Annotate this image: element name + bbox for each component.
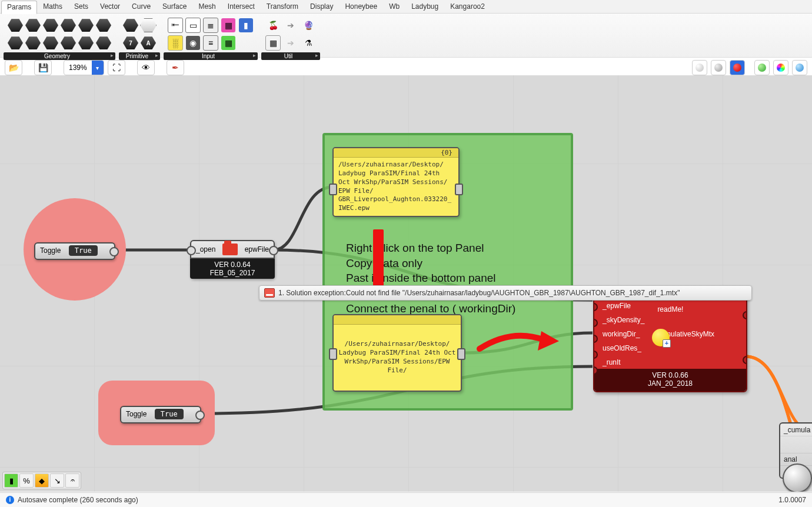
geometry-component-icon[interactable]: [60, 17, 76, 34]
ribbon-group-label[interactable]: Input: [164, 52, 258, 60]
input-grip[interactable]: [593, 351, 598, 359]
tab-curve[interactable]: Curve: [126, 0, 157, 14]
primitive-component-icon[interactable]: [140, 17, 157, 34]
tab-sets[interactable]: Sets: [68, 0, 94, 14]
widget-button[interactable]: ↘: [50, 473, 64, 488]
display-mode-button[interactable]: [754, 60, 770, 75]
widget-button[interactable]: %: [19, 473, 34, 488]
output-grip[interactable]: [743, 311, 747, 319]
tab-vector[interactable]: Vector: [94, 0, 126, 14]
util-component-icon[interactable]: 🍒: [265, 17, 281, 34]
display-mode-button[interactable]: [711, 60, 726, 75]
grasshopper-canvas[interactable]: Toggle True Toggle True _open epwFile VE…: [0, 75, 812, 492]
open-epw-component[interactable]: _open epwFile VER 0.0.64 FEB_05_2017: [190, 240, 275, 279]
geometry-component-icon[interactable]: [42, 17, 59, 34]
panel-content[interactable]: /Users/zuhairnasar/Desktop/ Ladybug Para…: [334, 325, 461, 378]
display-mode-button[interactable]: [692, 60, 707, 75]
widget-button[interactable]: ◆: [35, 473, 49, 488]
timer-knob-icon[interactable]: [783, 463, 812, 492]
display-mode-button[interactable]: [730, 60, 745, 75]
input-grip[interactable]: [329, 184, 337, 195]
display-mode-button[interactable]: [773, 60, 788, 75]
input-component-icon[interactable]: ▦: [220, 35, 237, 51]
geometry-component-icon[interactable]: [25, 35, 41, 51]
output-grip[interactable]: [269, 246, 278, 255]
geometry-component-icon[interactable]: [42, 35, 59, 51]
tab-intersect[interactable]: Intersect: [222, 0, 261, 14]
util-component-icon[interactable]: ➔: [282, 17, 299, 34]
boolean-toggle-component[interactable]: Toggle True: [120, 406, 201, 423]
app-version: 1.0.0007: [778, 496, 806, 504]
zoom-level-control[interactable]: 139% ▾: [64, 60, 104, 75]
panel-content[interactable]: /Users/zuhairnasar/Desktop/ Ladybug Para…: [334, 158, 458, 216]
chevron-down-icon[interactable]: ▾: [92, 61, 104, 75]
save-file-button[interactable]: 💾: [34, 60, 52, 75]
input-component-icon[interactable]: ░: [167, 35, 184, 51]
geometry-component-icon[interactable]: [78, 17, 94, 34]
ribbon-group-label[interactable]: Util: [261, 52, 320, 60]
widget-button[interactable]: 𝄐: [65, 473, 79, 488]
runtime-error-balloon[interactable]: 1. Solution exception:Could not find fil…: [259, 285, 752, 301]
tab-params[interactable]: Params: [1, 1, 37, 14]
input-component-icon[interactable]: ◉: [185, 35, 201, 51]
tab-honeybee[interactable]: Honeybee: [339, 0, 383, 14]
input-grip[interactable]: [329, 348, 337, 360]
tab-ladybug[interactable]: Ladybug: [405, 0, 444, 14]
input-component-icon[interactable]: ▦: [220, 17, 237, 34]
util-component-icon[interactable]: ➔: [282, 35, 299, 51]
input-component-icon[interactable]: ▭: [185, 17, 201, 34]
tab-wb[interactable]: Wb: [383, 0, 405, 14]
input-label: useOldRes_: [603, 344, 644, 352]
input-grip[interactable]: [593, 303, 598, 311]
sketch-tool-button[interactable]: ✒: [167, 60, 184, 75]
geometry-component-icon[interactable]: [95, 17, 112, 34]
primitive-component-icon[interactable]: 7: [122, 35, 139, 51]
util-component-icon[interactable]: ⚗: [300, 35, 317, 51]
open-file-button[interactable]: 📂: [5, 60, 22, 75]
preview-toggle-button[interactable]: 👁: [137, 60, 155, 75]
ladybug-gencumulativesky-component[interactable]: _epwFile _skyDensity_ workingDir_ useOld…: [593, 295, 747, 392]
geometry-component-icon[interactable]: [7, 35, 24, 51]
input-component-icon[interactable]: ⭰: [167, 17, 184, 34]
input-grip[interactable]: [593, 335, 598, 343]
util-component-icon[interactable]: ▦: [265, 35, 281, 51]
output-grip[interactable]: [457, 348, 465, 360]
geometry-component-icon[interactable]: [95, 35, 112, 51]
zoom-extents-button[interactable]: ⛶: [108, 60, 125, 75]
tab-kangaroo2[interactable]: Kangaroo2: [444, 0, 491, 14]
input-component-icon[interactable]: ≣: [202, 17, 219, 34]
text-panel-component[interactable]: {0} /Users/zuhairnasar/Desktop/ Ladybug …: [332, 147, 460, 217]
boolean-toggle-component[interactable]: Toggle True: [34, 242, 115, 260]
ribbon-group-label[interactable]: Geometry: [4, 52, 115, 60]
output-grip[interactable]: [743, 356, 747, 364]
geometry-component-icon[interactable]: [25, 17, 41, 34]
ladybug-sun-icon: [652, 329, 670, 346]
input-component-icon[interactable]: ▮: [238, 17, 254, 34]
toggle-value[interactable]: True: [155, 409, 184, 419]
tab-display[interactable]: Display: [304, 0, 339, 14]
output-grip[interactable]: [195, 411, 205, 420]
output-grip[interactable]: [455, 184, 463, 195]
tab-mesh[interactable]: Mesh: [192, 0, 221, 14]
util-component-icon[interactable]: 🔮: [300, 17, 317, 34]
tab-maths[interactable]: Maths: [37, 0, 68, 14]
input-grip[interactable]: [593, 319, 598, 327]
ribbon-group-label[interactable]: Primitive: [119, 52, 160, 60]
geometry-component-icon[interactable]: [60, 35, 76, 51]
input-component-icon[interactable]: [238, 35, 254, 51]
geometry-component-icon[interactable]: [78, 35, 94, 51]
tab-transform[interactable]: Transform: [261, 0, 304, 14]
widget-button[interactable]: ▮: [4, 473, 18, 488]
geometry-component-icon[interactable]: [7, 17, 24, 34]
text-panel-component[interactable]: /Users/zuhairnasar/Desktop/ Ladybug Para…: [332, 314, 462, 392]
primitive-component-icon[interactable]: A: [140, 35, 157, 51]
input-grip[interactable]: [187, 246, 196, 255]
toggle-value[interactable]: True: [69, 245, 98, 256]
display-mode-button[interactable]: [792, 60, 807, 75]
canvas-widget-toolbar: ▮ % ◆ ↘ 𝄐: [2, 472, 81, 489]
primitive-component-icon[interactable]: [122, 17, 139, 34]
tab-surface[interactable]: Surface: [157, 0, 192, 14]
output-grip[interactable]: [109, 247, 119, 256]
input-component-icon[interactable]: ≡: [202, 35, 219, 51]
input-label: _runIt: [603, 358, 644, 366]
